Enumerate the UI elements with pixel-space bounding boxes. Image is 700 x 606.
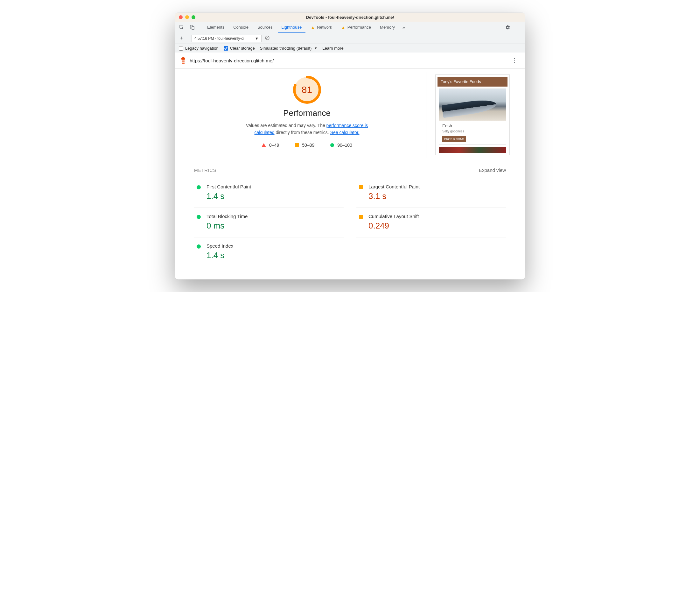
metric-name: Cumulative Layout Shift: [368, 214, 419, 219]
triangle-icon: [262, 143, 266, 147]
performance-gauge: 81: [292, 75, 322, 104]
report-url: https://foul-heavenly-direction.glitch.m…: [190, 58, 506, 63]
clear-icon[interactable]: [265, 35, 270, 42]
metrics-section: METRICS Expand view First Contentful Pai…: [175, 158, 525, 279]
metric-name: Total Blocking Time: [207, 214, 247, 219]
metric-name: First Contentful Paint: [207, 184, 251, 189]
report-menu-icon[interactable]: ⋮: [509, 56, 520, 65]
preview-card-subtitle: Salty goodness: [442, 130, 503, 133]
separator: [200, 24, 200, 30]
desc-text: Values are estimated and may vary. The: [246, 123, 327, 128]
tab-elements[interactable]: Elements: [203, 22, 228, 33]
legend-label: 90–100: [337, 143, 352, 148]
circle-icon: [197, 185, 201, 189]
metric-item[interactable]: Cumulative Layout Shift0.249: [356, 208, 506, 237]
metric-value: 0.249: [368, 221, 419, 231]
metric-value: 1.4 s: [207, 251, 233, 260]
legacy-navigation-checkbox[interactable]: Legacy navigation: [179, 46, 219, 51]
square-icon: [359, 215, 363, 219]
metric-value: 3.1 s: [368, 191, 420, 201]
screenshot-preview: Tony's Favorite Foods Fesh Salty goodnes…: [433, 72, 512, 158]
metric-name: Speed Index: [207, 243, 233, 249]
tab-network[interactable]: ▲Network: [307, 22, 336, 33]
tab-label: Console: [233, 25, 248, 30]
metric-grid: First Contentful Paint1.4 sLargest Conte…: [194, 178, 506, 267]
score-legend: 0–49 50–89 90–100: [194, 143, 420, 148]
circle-icon: [330, 143, 334, 147]
device-toggle-icon[interactable]: [188, 23, 197, 32]
metric-item[interactable]: Largest Contentful Paint3.1 s: [356, 178, 506, 208]
report-selector[interactable]: 4:57:16 PM - foul-heavenly-di ▼: [192, 35, 262, 42]
metric-item[interactable]: Speed Index1.4 s: [194, 237, 344, 267]
svg-rect-8: [182, 62, 185, 63]
warning-icon: ▲: [311, 25, 315, 30]
preview-card: Fesh Salty goodness PROS & CONS: [439, 89, 506, 145]
tab-label: Sources: [258, 25, 273, 30]
metric-value: 0 ms: [207, 221, 247, 231]
metric-name: Largest Contentful Paint: [368, 184, 420, 189]
square-icon: [295, 143, 299, 147]
svg-line-4: [266, 37, 269, 39]
throttling-label: Simulated throttling (default): [260, 46, 312, 51]
lighthouse-icon: [180, 57, 187, 64]
metric-item[interactable]: First Contentful Paint1.4 s: [194, 178, 344, 208]
metric-status-icon: [359, 215, 363, 231]
tab-label: Performance: [347, 25, 371, 30]
legend-bad: 0–49: [262, 143, 279, 148]
clear-storage-checkbox[interactable]: Clear storage: [224, 46, 255, 51]
chevron-down-icon: ▼: [255, 36, 259, 41]
desc-text: directly from these metrics.: [274, 130, 330, 135]
tab-label: Elements: [207, 25, 224, 30]
square-icon: [359, 185, 363, 189]
gauge-section: 81 Performance Values are estimated and …: [188, 72, 426, 158]
preview-frame: Tony's Favorite Foods Fesh Salty goodnes…: [435, 74, 510, 155]
metric-status-icon: [197, 244, 201, 260]
metric-status-icon: [359, 185, 363, 201]
throttling-selector[interactable]: Simulated throttling (default) ▼: [260, 46, 317, 51]
legend-label: 50–89: [302, 143, 314, 148]
new-report-button[interactable]: +: [177, 35, 185, 42]
metric-body: First Contentful Paint1.4 s: [207, 184, 251, 201]
metric-item[interactable]: Total Blocking Time0 ms: [194, 208, 344, 237]
svg-rect-2: [192, 26, 194, 30]
window-title: DevTools - foul-heavenly-direction.glitc…: [175, 15, 525, 20]
metric-body: Largest Contentful Paint3.1 s: [368, 184, 420, 201]
settings-icon[interactable]: [503, 23, 512, 32]
checkbox-label: Legacy navigation: [185, 46, 219, 51]
tab-performance[interactable]: ▲Performance: [337, 22, 375, 33]
metrics-header: METRICS Expand view: [194, 167, 506, 176]
report-url-bar: https://foul-heavenly-direction.glitch.m…: [175, 52, 525, 69]
metrics-heading: METRICS: [194, 168, 216, 173]
legend-label: 0–49: [269, 143, 279, 148]
options-bar: Legacy navigation Clear storage Simulate…: [175, 44, 525, 52]
svg-marker-5: [182, 57, 185, 60]
metric-value: 1.4 s: [207, 191, 251, 201]
tab-sources[interactable]: Sources: [254, 22, 276, 33]
chevron-down-icon: ▼: [314, 46, 317, 50]
circle-icon: [197, 244, 201, 249]
expand-view-button[interactable]: Expand view: [479, 167, 506, 173]
metric-body: Total Blocking Time0 ms: [207, 214, 247, 231]
titlebar: DevTools - foul-heavenly-direction.glitc…: [175, 13, 525, 22]
preview-card-title: Fesh: [442, 123, 503, 128]
tab-label: Network: [317, 25, 332, 30]
more-menu-icon[interactable]: ⋮: [513, 23, 523, 32]
circle-icon: [197, 215, 201, 219]
checkbox-label: Clear storage: [230, 46, 255, 51]
preview-card-button: PROS & CONS: [442, 136, 466, 142]
preview-card-body: Fesh Salty goodness PROS & CONS: [439, 121, 506, 144]
tab-memory[interactable]: Memory: [376, 22, 399, 33]
tab-lighthouse[interactable]: Lighthouse: [278, 22, 306, 33]
tab-console[interactable]: Console: [230, 22, 252, 33]
gauge-score: 81: [292, 75, 322, 104]
report-selector-label: 4:57:16 PM - foul-heavenly-di: [194, 36, 244, 41]
legend-good: 90–100: [330, 143, 352, 148]
checkbox-input[interactable]: [179, 46, 183, 51]
more-tabs-icon[interactable]: »: [400, 25, 408, 30]
learn-more-link[interactable]: Learn more: [322, 46, 343, 51]
inspect-icon[interactable]: [177, 23, 187, 32]
preview-strip: [439, 147, 506, 153]
checkbox-input[interactable]: [224, 46, 228, 51]
metric-body: Cumulative Layout Shift0.249: [368, 214, 419, 231]
see-calculator-link[interactable]: See calculator.: [330, 130, 360, 135]
